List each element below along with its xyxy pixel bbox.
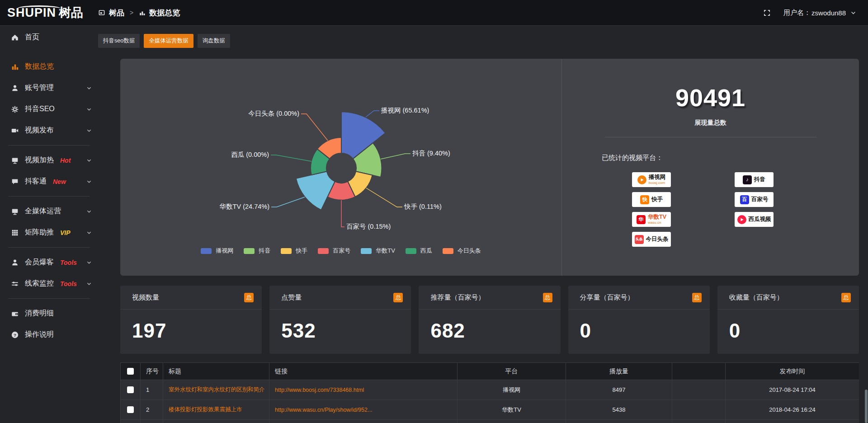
sidebar-item-video[interactable]: 视频发布	[0, 120, 98, 141]
legend-item[interactable]: 快手	[281, 247, 307, 255]
sidebar-item-heat[interactable]: 视频加热Hot	[0, 150, 98, 171]
pie-slice[interactable]	[296, 171, 335, 210]
platform-logo-icon	[637, 175, 646, 184]
legend-item[interactable]: 抖音	[244, 247, 270, 255]
stat-card-title: 视频数量	[132, 293, 159, 302]
total-badge[interactable]: 总	[841, 293, 851, 302]
col-header-title: 标题	[163, 363, 269, 380]
grid-icon	[11, 229, 19, 237]
sidebar-item-label: 数据总览	[25, 62, 54, 71]
legend-swatch	[361, 248, 372, 254]
row-checkbox[interactable]	[127, 406, 134, 413]
sidebar-item-label: 矩阵助推	[25, 228, 54, 237]
sidebar-item-bar-chart[interactable]: 数据总览	[0, 56, 98, 77]
breadcrumb-current: 数据总览	[149, 8, 180, 18]
tab-0[interactable]: 抖音seo数据	[98, 34, 140, 48]
pie-label-line	[301, 114, 328, 141]
rose-pie-chart: 播视网 (65.61%)抖音 (9.40%)快手 (0.11%)百家号 (0.1…	[120, 59, 561, 276]
stat-card-header: 分享量（百家号） 总	[568, 286, 710, 310]
platform-logo-icon: 华	[637, 215, 646, 224]
summary-area: 90491 展现量总数 已统计的视频平台： 播视网boosj.com快 快手华 …	[561, 59, 859, 276]
legend-label: 快手	[296, 247, 307, 255]
select-all-checkbox[interactable]	[127, 368, 134, 375]
tab-1[interactable]: 全媒体运营数据	[144, 34, 193, 48]
legend-swatch	[318, 248, 329, 254]
pie-label: 快手 (0.11%)	[404, 203, 442, 210]
sidebar-item-label: 视频加热	[25, 155, 54, 165]
sidebar-item-sliders[interactable]: 线索监控Tools	[0, 273, 98, 294]
table-row-partial	[121, 420, 859, 423]
sidebar-item-home[interactable]: 首页	[0, 27, 98, 48]
legend-item[interactable]: 华数TV	[361, 247, 395, 255]
platform-badges-col2: ♪ 抖音百 百家号 西瓜视频	[735, 172, 774, 247]
scrollbar-thumb[interactable]	[865, 390, 868, 423]
platform-logo-icon: 百	[740, 195, 749, 204]
sidebar-item-wallet[interactable]: 消费明细	[0, 303, 98, 324]
row-index: 1	[141, 380, 163, 400]
chevron-down-icon[interactable]	[86, 209, 92, 214]
legend-item[interactable]: 播视网	[201, 247, 233, 255]
total-badge[interactable]: 总	[393, 293, 403, 302]
legend-item[interactable]: 西瓜	[406, 247, 432, 255]
chevron-down-icon[interactable]	[86, 179, 92, 184]
row-checkbox-cell	[121, 400, 141, 420]
stat-card-header: 收藏量（百家号） 总	[717, 286, 859, 310]
platform-badge: 快 快手	[632, 192, 671, 207]
chevron-down-icon[interactable]	[86, 230, 92, 235]
stat-card-value: 0	[568, 310, 710, 342]
chevron-down-icon[interactable]	[86, 281, 92, 287]
row-checkbox[interactable]	[127, 386, 134, 393]
row-title-link[interactable]: 楼体投影灯投影效果震撼上市	[163, 400, 269, 420]
sidebar-item-monitor[interactable]: 全媒体运营	[0, 201, 98, 222]
legend-item[interactable]: 百家号	[318, 247, 350, 255]
sidebar-item-gear[interactable]: 抖音SEO	[0, 99, 98, 120]
legend-label: 播视网	[216, 247, 233, 255]
chevron-down-icon[interactable]	[86, 107, 92, 112]
videos-table-wrap: 序号 标题 链接 平台 播放量 发布时间 1 室外水纹灯和室内水纹灯的区别和简介…	[120, 362, 859, 423]
chevron-down-icon[interactable]	[86, 158, 92, 163]
sidebar-item-label: 账号管理	[25, 83, 54, 93]
fullscreen-icon[interactable]	[763, 9, 771, 17]
legend-swatch	[244, 248, 255, 254]
breadcrumb-root[interactable]: 树品	[109, 8, 124, 18]
sidebar-item-person[interactable]: 会员爆客Tools	[0, 252, 98, 273]
question-icon: ?	[11, 331, 19, 339]
chevron-down-icon[interactable]	[86, 128, 92, 133]
stat-card-title: 点赞量	[281, 293, 302, 302]
sidebar-item-user[interactable]: 账号管理	[0, 77, 98, 99]
row-platform: 华数TV	[458, 400, 566, 420]
platform-logo-icon: 头条	[635, 235, 644, 244]
username-value[interactable]: zswodun88	[811, 9, 846, 17]
total-badge[interactable]: 总	[543, 293, 552, 302]
pie-label: 播视网 (65.61%)	[381, 107, 429, 114]
sidebar-item-grid[interactable]: 矩阵助推VIP	[0, 222, 98, 243]
tab-2[interactable]: 询盘数据	[198, 34, 230, 48]
sidebar-item-question[interactable]: ?操作说明	[0, 324, 98, 345]
body-row: 首页数据总览账号管理 抖音SEO视频发布视频加热Hot抖客通New全媒体运营矩阵…	[0, 26, 868, 423]
stat-card: 推荐量（百家号） 总 682	[419, 286, 560, 354]
row-url-link[interactable]: http://www.boosj.com/7338468.html	[269, 380, 458, 400]
row-spacer	[672, 380, 726, 400]
chevron-down-icon[interactable]	[86, 85, 92, 91]
total-impressions-value: 90491	[562, 84, 859, 112]
sidebar-item-chat[interactable]: 抖客通New	[0, 171, 98, 192]
table-row: 2 楼体投影灯投影效果震撼上市 http://www.wasu.cn/Play/…	[121, 400, 859, 420]
col-header-index: 序号	[141, 363, 163, 380]
stat-card-title: 分享量（百家号）	[580, 293, 634, 302]
legend-swatch	[406, 248, 416, 254]
legend-swatch	[201, 248, 212, 254]
total-badge[interactable]: 总	[692, 293, 702, 302]
row-title-link[interactable]: 室外水纹灯和室内水纹灯的区别和简介	[163, 380, 269, 400]
row-url-link[interactable]: http://www.wasu.cn/Play/show/id/952...	[269, 400, 458, 420]
legend-item[interactable]: 今日头条	[443, 247, 481, 255]
platform-badge: 头条 今日头条	[632, 232, 671, 247]
chart-area: 播视网 (65.61%)抖音 (9.40%)快手 (0.11%)百家号 (0.1…	[120, 59, 561, 276]
sidebar-item-label: 线索监控	[25, 279, 54, 288]
total-badge[interactable]: 总	[244, 293, 254, 302]
sliders-icon	[11, 280, 19, 288]
svg-text:?: ?	[14, 332, 16, 337]
chevron-down-icon[interactable]	[86, 260, 92, 265]
overview-panel: 播视网 (65.61%)抖音 (9.40%)快手 (0.11%)百家号 (0.1…	[120, 59, 859, 276]
chevron-down-icon[interactable]	[850, 10, 856, 16]
platform-name: 今日头条	[646, 236, 669, 242]
